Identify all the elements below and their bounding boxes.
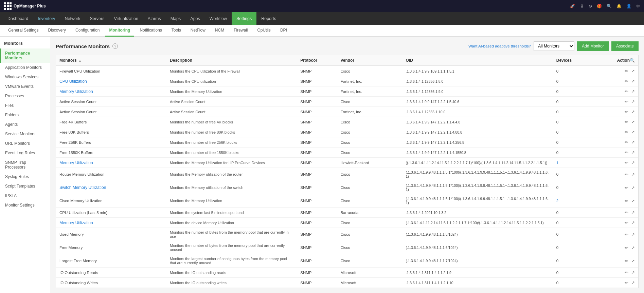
assign-icon[interactable]: ↗ <box>631 109 635 114</box>
sidebar-item-vmware-events[interactable]: VMware Events <box>0 82 50 91</box>
nav-alarms[interactable]: Alarms <box>143 12 166 25</box>
edit-icon[interactable]: ✏ <box>625 232 628 237</box>
edit-icon[interactable]: ✏ <box>625 185 628 190</box>
assign-icon[interactable]: ↗ <box>631 99 635 104</box>
edit-icon[interactable]: ✏ <box>625 130 628 135</box>
gift-icon[interactable]: 🎁 <box>597 4 602 8</box>
edit-icon[interactable]: ✏ <box>625 270 628 275</box>
edit-icon[interactable]: ✏ <box>625 280 628 285</box>
table-search-icon[interactable]: 🔍 <box>630 58 635 63</box>
nav-dashboard[interactable]: Dashboard <box>3 12 33 25</box>
edit-icon[interactable]: ✏ <box>625 109 628 114</box>
nav-settings[interactable]: Settings <box>232 12 256 25</box>
sidebar-item-monitor-settings[interactable]: Monitor Settings <box>0 200 50 210</box>
search-icon[interactable]: 🔍 <box>607 4 612 8</box>
edit-icon[interactable]: ✏ <box>625 220 628 225</box>
assign-icon[interactable]: ↗ <box>631 69 635 74</box>
subnav-configuration[interactable]: Configuration <box>71 25 104 37</box>
monitor-link[interactable]: Memory Utilization <box>59 160 93 165</box>
sidebar-item-event-log-rules[interactable]: Event Log Rules <box>0 148 50 158</box>
monitor-link[interactable]: Memory Utilization <box>59 220 93 225</box>
sidebar-item-application-monitors[interactable]: Application Monitors <box>0 63 50 72</box>
nav-servers[interactable]: Servers <box>85 12 109 25</box>
edit-icon[interactable]: ✏ <box>625 245 628 250</box>
col-monitors[interactable]: Monitors ▲ <box>56 55 166 66</box>
assign-icon[interactable]: ↗ <box>631 79 635 84</box>
edit-icon[interactable]: ✏ <box>625 210 628 215</box>
subnav-general[interactable]: General Settings <box>4 25 42 37</box>
sidebar-item-processes[interactable]: Processes <box>0 91 50 101</box>
sidebar-item-windows-services[interactable]: Windows Services <box>0 72 50 82</box>
assign-icon[interactable]: ↗ <box>631 140 635 145</box>
edit-icon[interactable]: ✏ <box>625 89 628 94</box>
nav-apps[interactable]: Apps <box>185 12 205 25</box>
circle-icon[interactable]: ⊙ <box>589 4 592 8</box>
subnav-ncm[interactable]: NCM <box>211 25 228 37</box>
sidebar-item-performance-monitors[interactable]: Performance Monitors <box>0 48 50 63</box>
sidebar-item-script-templates[interactable]: Script Templates <box>0 181 50 191</box>
assign-icon[interactable]: ↗ <box>631 130 635 135</box>
edit-icon[interactable]: ✏ <box>625 99 628 104</box>
subnav-dpi[interactable]: DPI <box>276 25 291 37</box>
subnav-monitoring[interactable]: Monitoring <box>105 25 134 37</box>
nav-workflow[interactable]: Workflow <box>205 12 232 25</box>
assign-icon[interactable]: ↗ <box>631 150 635 155</box>
sidebar-item-files[interactable]: Files <box>0 101 50 110</box>
sidebar-item-agents[interactable]: Agents <box>0 120 50 129</box>
assign-icon[interactable]: ↗ <box>631 245 635 250</box>
assign-icon[interactable]: ↗ <box>631 210 635 215</box>
assign-icon[interactable]: ↗ <box>631 119 635 124</box>
rocket-icon[interactable]: 🚀 <box>570 4 575 8</box>
ai-link[interactable]: Want AI-based adaptive thresholds? <box>468 44 531 48</box>
edit-icon[interactable]: ✏ <box>625 172 628 177</box>
edit-icon[interactable]: ✏ <box>625 160 628 165</box>
subnav-notifications[interactable]: Notifications <box>136 25 166 37</box>
sidebar-item-ipsla[interactable]: IPSLA <box>0 191 50 200</box>
edit-icon[interactable]: ✏ <box>625 198 628 203</box>
sidebar-item-service-monitors[interactable]: Service Monitors <box>0 129 50 139</box>
sidebar-item-url-monitors[interactable]: URL Monitors <box>0 139 50 148</box>
help-icon[interactable]: ? <box>112 43 118 49</box>
assign-icon[interactable]: ↗ <box>631 280 635 285</box>
assign-icon[interactable]: ↗ <box>631 185 635 190</box>
assign-icon[interactable]: ↗ <box>631 270 635 275</box>
assign-icon[interactable]: ↗ <box>631 220 635 225</box>
edit-icon[interactable]: ✏ <box>625 79 628 84</box>
subnav-tools[interactable]: Tools <box>167 25 185 37</box>
assign-icon[interactable]: ↗ <box>631 160 635 165</box>
nav-inventory[interactable]: Inventory <box>33 12 60 25</box>
associate-button[interactable]: Associate <box>611 41 639 51</box>
edit-icon[interactable]: ✏ <box>625 119 628 124</box>
sidebar-item-snmp-trap[interactable]: SNMP Trap Processors <box>0 158 50 172</box>
monitor-link[interactable]: Switch Memory Utilization <box>59 185 106 190</box>
monitor-icon[interactable]: 🖥 <box>580 4 584 8</box>
monitor-select[interactable]: All Monitors <box>534 41 574 51</box>
add-monitor-button[interactable]: Add Monitor <box>577 41 609 51</box>
assign-icon[interactable]: ↗ <box>631 198 635 203</box>
edit-icon[interactable]: ✏ <box>625 140 628 145</box>
subnav-netflow[interactable]: NetFlow <box>186 25 210 37</box>
nav-reports[interactable]: Reports <box>256 12 281 25</box>
monitor-link[interactable]: CPU Utilization <box>59 79 87 84</box>
sidebar-title: Monitors <box>0 37 50 48</box>
edit-icon[interactable]: ✏ <box>625 69 628 74</box>
subnav-discovery[interactable]: Discovery <box>44 25 70 37</box>
nav-network[interactable]: Network <box>60 12 85 25</box>
assign-icon[interactable]: ↗ <box>631 258 635 263</box>
subnav-firewall[interactable]: Firewall <box>230 25 252 37</box>
cog-icon[interactable]: ⚙ <box>636 4 640 8</box>
edit-icon[interactable]: ✏ <box>625 258 628 263</box>
sidebar-item-folders[interactable]: Folders <box>0 110 50 120</box>
user-icon[interactable]: 👤 <box>626 4 631 8</box>
assign-icon[interactable]: ↗ <box>631 172 635 177</box>
nav-maps[interactable]: Maps <box>166 12 186 25</box>
assign-icon[interactable]: ↗ <box>631 89 635 94</box>
assign-icon[interactable]: ↗ <box>631 232 635 237</box>
bell-icon[interactable]: 🔔 <box>616 4 622 8</box>
monitor-link[interactable]: Memory Utilization <box>59 89 93 94</box>
sidebar-item-syslog[interactable]: Syslog Rules <box>0 172 50 181</box>
subnav-oputils[interactable]: OpUtils <box>253 25 275 37</box>
cell-vendor: Microsoft <box>337 278 402 288</box>
nav-virtualization[interactable]: Virtualization <box>109 12 143 25</box>
edit-icon[interactable]: ✏ <box>625 150 628 155</box>
